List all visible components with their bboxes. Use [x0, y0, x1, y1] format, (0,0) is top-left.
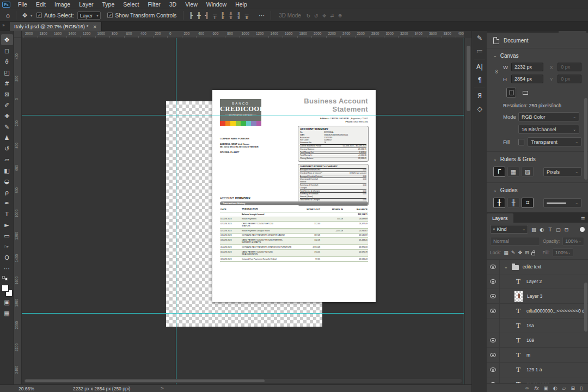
filter-pixel-layers-icon[interactable]: ▤: [530, 225, 538, 234]
statement-document[interactable]: BANCO CREDICOOP COOPERATIVO LIMITADO Bus…: [212, 90, 376, 302]
move-tool[interactable]: ✥: [1, 34, 13, 45]
chevron-down-icon[interactable]: ⌄: [504, 265, 508, 270]
ruler-units-dropdown[interactable]: Pixels ⌄: [543, 167, 581, 176]
delete-layer-icon[interactable]: ▯: [580, 385, 583, 391]
layer-row[interactable]: Tm: [487, 348, 588, 363]
distribute-right-icon[interactable]: ╣: [235, 12, 243, 19]
layer-row[interactable]: T169: [487, 333, 588, 348]
lock-artboard-icon[interactable]: ⊞: [525, 250, 529, 255]
horizontal-guide[interactable]: [22, 313, 464, 314]
toggle-pixel-grid-button[interactable]: ▨: [522, 167, 534, 177]
edit-toolbar-icon[interactable]: ⋯: [1, 263, 13, 274]
filter-smart-objects-icon[interactable]: ⊡: [562, 225, 571, 234]
quick-mask-button[interactable]: ▣: [1, 297, 13, 308]
healing-brush-tool[interactable]: ✚: [1, 111, 13, 121]
layer-group-icon[interactable]: ▱: [562, 385, 566, 391]
menu-layer[interactable]: Layer: [75, 0, 97, 9]
toggle-grid-button[interactable]: ▦: [507, 167, 519, 177]
auto-select-dropdown[interactable]: Layer ▾: [77, 11, 101, 20]
filter-type-layers-icon[interactable]: T: [546, 225, 554, 234]
brush-tool[interactable]: ✎: [1, 121, 13, 132]
layer-filter-kind-dropdown[interactable]: ⌕ Kind ⌄: [490, 225, 528, 234]
layer-row[interactable]: ⌄edite text: [487, 260, 588, 274]
type-tool[interactable]: T: [1, 209, 13, 219]
layer-row[interactable]: T129 1 a: [487, 363, 588, 377]
rulers-grids-section-header[interactable]: ⌄ Rulers & Grids: [487, 152, 588, 164]
foreground-color-swatch[interactable]: [2, 285, 9, 292]
character-panel-icon[interactable]: A|: [473, 60, 486, 74]
auto-select-checkbox[interactable]: ✓: [36, 13, 42, 18]
dodge-tool[interactable]: ρ: [1, 187, 13, 198]
zoom-tool[interactable]: Q: [1, 252, 13, 263]
link-layers-icon[interactable]: ∞: [525, 385, 529, 391]
layer-row[interactable]: Layer 3: [487, 289, 588, 304]
menu-help[interactable]: Help: [231, 0, 252, 9]
horizontal-ruler[interactable]: 2000180016001400120010008006004002000200…: [22, 31, 464, 38]
vertical-ruler[interactable]: 4002000200400600800100012001400160018002…: [14, 38, 22, 384]
layer-visibility-toggle[interactable]: [487, 348, 500, 362]
3d-panel-icon[interactable]: ◇: [473, 102, 486, 115]
fill-color-swatch[interactable]: [518, 139, 525, 145]
more-options-icon[interactable]: ⋯: [256, 12, 267, 19]
layer-visibility-toggle[interactable]: [487, 363, 500, 377]
toggle-rulers-button[interactable]: Γ: [493, 167, 505, 177]
layer-row[interactable]: T01.01.1990: [487, 377, 588, 383]
distribute-center-icon[interactable]: ╬: [226, 12, 235, 19]
tab-layers[interactable]: Layers: [487, 213, 513, 223]
menu-image[interactable]: Image: [50, 0, 75, 9]
history-brush-tool[interactable]: ↺: [1, 143, 13, 154]
distribute-left-icon[interactable]: ╠: [219, 12, 227, 19]
document-tab[interactable]: Italy id.psd @ 20.7% (RGB/16) * ×: [10, 22, 102, 31]
frame-tool[interactable]: ⊠: [1, 89, 13, 100]
zoom-level[interactable]: 20.66%: [19, 386, 51, 391]
rectangle-tool[interactable]: ▭: [1, 230, 13, 241]
menu-file[interactable]: File: [14, 0, 32, 9]
rectangular-marquee-tool[interactable]: ◻: [1, 45, 13, 56]
clone-source-icon[interactable]: ≔: [473, 45, 486, 58]
color-mode-dropdown[interactable]: RGB Color ⌄: [518, 112, 579, 121]
lasso-tool[interactable]: ϑ: [1, 56, 13, 67]
layer-visibility-toggle[interactable]: [487, 377, 500, 383]
guides-section-header[interactable]: ⌄ Guides: [487, 183, 588, 195]
show-transform-checkbox[interactable]: ✓: [107, 13, 113, 18]
menu-3d[interactable]: 3D: [165, 0, 181, 9]
lock-all-icon[interactable]: [531, 252, 535, 255]
fill-dropdown[interactable]: Transparent ⌄: [528, 137, 581, 146]
lock-guides-button[interactable]: ╫: [507, 198, 519, 208]
vertical-scrollbar[interactable]: [464, 38, 471, 384]
align-horizontal-centers-icon[interactable]: ╫: [195, 12, 203, 19]
portrait-orientation-button[interactable]: [506, 88, 516, 97]
panel-collapse-icon[interactable]: »: [2, 23, 5, 28]
object-selection-tool[interactable]: ◰: [1, 67, 13, 78]
horizontal-guide[interactable]: [22, 115, 464, 115]
filter-adjustment-layers-icon[interactable]: ◐: [538, 225, 546, 234]
gradient-tool[interactable]: ◧: [1, 165, 13, 176]
filter-shape-layers-icon[interactable]: ▢: [554, 225, 562, 234]
layer-visibility-toggle[interactable]: [487, 304, 500, 318]
layer-visibility-toggle[interactable]: [487, 260, 500, 274]
lock-transparent-pixels-icon[interactable]: ▦: [504, 250, 509, 255]
new-layer-icon[interactable]: ⊞: [571, 385, 575, 391]
move-tool-icon[interactable]: ✥: [20, 12, 30, 19]
layer-visibility-toggle[interactable]: [487, 289, 500, 303]
crop-tool[interactable]: #: [1, 78, 13, 89]
align-right-edges-icon[interactable]: ╢: [203, 12, 211, 19]
clone-stamp-tool[interactable]: ♟: [1, 132, 13, 143]
menu-window[interactable]: Window: [202, 0, 231, 9]
layer-visibility-toggle[interactable]: [487, 318, 500, 333]
default-colors-icon[interactable]: [2, 276, 8, 280]
width-input[interactable]: 2232 px: [511, 63, 544, 71]
ruler-origin-corner[interactable]: [14, 31, 22, 38]
menu-select[interactable]: Select: [119, 0, 143, 9]
toggle-guides-button[interactable]: ╂: [493, 198, 505, 208]
status-options-icon[interactable]: >: [160, 386, 164, 391]
guide-style-dropdown[interactable]: ⌄: [543, 198, 581, 207]
canvas[interactable]: BANCO CREDICOOP COOPERATIVO LIMITADO Bus…: [22, 38, 464, 384]
distribute-vertical-icon[interactable]: ╦: [243, 12, 251, 19]
blur-tool[interactable]: ◒: [1, 176, 13, 187]
lock-position-icon[interactable]: ✥: [518, 250, 522, 255]
menu-edit[interactable]: Edit: [32, 0, 50, 9]
horizontal-scrollbar[interactable]: [24, 379, 462, 383]
path-selection-tool[interactable]: ►: [1, 219, 13, 230]
menu-type[interactable]: Type: [97, 0, 119, 9]
